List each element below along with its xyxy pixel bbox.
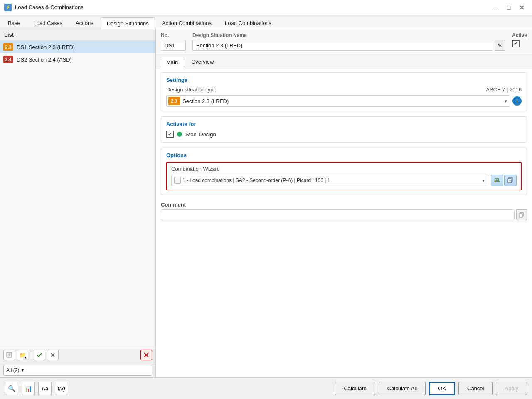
delete-button[interactable]: [140, 350, 152, 360]
window-controls: — □ ✕: [490, 3, 528, 12]
list-items: 2.3 DS1 Section 2.3 (LRFD) 2.4 DS2 Secti…: [0, 41, 155, 347]
svg-text:+: +: [8, 352, 10, 357]
wizard-chevron-icon: ▼: [481, 178, 485, 183]
comment-copy-button[interactable]: [516, 209, 527, 220]
ds-type-row: Design situation type ASCE 7 | 2016: [166, 86, 522, 93]
tab-action-combinations[interactable]: Action Combinations: [156, 17, 218, 29]
app-icon: ⚡: [4, 4, 12, 11]
filter-row: All (2) ▼: [0, 363, 155, 377]
combination-wizard-box: Combination Wizard 1 - Load combinations…: [166, 162, 522, 190]
activate-row: ✔ Steel Design: [166, 131, 522, 138]
calculate-button[interactable]: Calculate: [335, 382, 375, 395]
svg-text:⚙: ⚙: [496, 178, 498, 181]
edit-name-button[interactable]: ✎: [495, 40, 505, 51]
wizard-buttons: ⚙: [491, 175, 517, 186]
right-panel: No. DS1 Design Situation Name ✎ Active ✔…: [156, 29, 532, 377]
bottom-bar: 🔍 📊 Aa f(x) Calculate Calculate All OK C…: [0, 377, 532, 399]
tab-base[interactable]: Base: [2, 17, 27, 29]
activate-for-section: Activate for ✔ Steel Design: [161, 116, 527, 143]
options-title: Options: [166, 152, 522, 158]
list-item[interactable]: 2.3 DS1 Section 2.3 (LRFD): [0, 41, 155, 53]
active-checkbox[interactable]: ✔: [512, 40, 520, 47]
activate-for-title: Activate for: [166, 121, 522, 127]
ds-type-dropdown[interactable]: 2.3 Section 2.3 (LRFD) ▼: [166, 95, 510, 107]
options-section: Options Combination Wizard 1 - Load comb…: [161, 148, 527, 195]
ds-chevron-icon: ▼: [504, 99, 508, 103]
cancel-button[interactable]: Cancel: [458, 382, 493, 395]
filter-chevron-icon: ▼: [21, 368, 25, 372]
separator: [31, 350, 31, 360]
window-title: Load Cases & Combinations: [15, 4, 490, 10]
calculate-all-button[interactable]: Calculate All: [379, 382, 426, 395]
steel-design-dot: [177, 132, 182, 137]
close-button[interactable]: ✕: [516, 3, 528, 12]
info-icon: i: [516, 98, 518, 104]
svg-rect-15: [519, 214, 522, 217]
folder-button[interactable]: 📁 ▼: [17, 350, 28, 360]
active-label: Active: [512, 32, 527, 38]
table-button[interactable]: 📊: [22, 382, 35, 395]
content-area: Settings Design situation type ASCE 7 | …: [156, 67, 532, 377]
steel-design-label: Steel Design: [185, 131, 216, 138]
name-input[interactable]: [192, 40, 493, 51]
filter-dropdown[interactable]: All (2) ▼: [3, 365, 152, 376]
list-header: List: [0, 29, 155, 41]
maximize-button[interactable]: □: [503, 3, 515, 12]
formula-icon: f(x): [58, 386, 65, 392]
title-bar: ⚡ Load Cases & Combinations — □ ✕: [0, 0, 532, 15]
active-group: Active ✔: [512, 32, 527, 47]
ds-dropdown-badge: 2.3: [168, 97, 180, 105]
comment-row: [161, 209, 527, 220]
tab-design-situations[interactable]: Design Situations: [101, 17, 155, 29]
check-all-button[interactable]: [34, 350, 45, 360]
item-badge-ds1: 2.3: [3, 43, 13, 51]
ds-type-label: Design situation type: [166, 86, 217, 93]
steel-design-checkbox[interactable]: ✔: [166, 131, 174, 138]
no-value: DS1: [161, 40, 186, 51]
wizard-check-icon: [174, 177, 181, 184]
search-icon: 🔍: [8, 385, 16, 392]
tab-actions[interactable]: Actions: [69, 17, 100, 29]
tab-load-combinations[interactable]: Load Combinations: [219, 17, 278, 29]
comment-section: Comment: [161, 202, 527, 220]
text-button[interactable]: Aa: [38, 382, 52, 395]
main-layout: List 2.3 DS1 Section 2.3 (LRFD) 2.4 DS2 …: [0, 29, 532, 377]
list-item[interactable]: 2.4 DS2 Section 2.4 (ASD): [0, 53, 155, 66]
wizard-dropdown[interactable]: 1 - Load combinations | SA2 - Second-ord…: [171, 175, 488, 186]
tab-load-cases[interactable]: Load Cases: [27, 17, 69, 29]
name-input-row: ✎: [192, 40, 505, 51]
ds-dropdown-row: 2.3 Section 2.3 (LRFD) ▼ i: [166, 95, 522, 107]
comment-input[interactable]: [161, 209, 515, 220]
no-group: No. DS1: [161, 32, 186, 51]
no-label: No.: [161, 32, 186, 38]
name-group: Design Situation Name ✎: [192, 32, 505, 51]
search-button[interactable]: 🔍: [5, 382, 18, 395]
wizard-label: Combination Wizard: [171, 166, 517, 172]
text-icon: Aa: [42, 386, 48, 392]
minimize-button[interactable]: —: [490, 3, 501, 12]
edit-icon: ✎: [498, 42, 502, 49]
info-button[interactable]: i: [512, 96, 522, 106]
settings-section: Settings Design situation type ASCE 7 | …: [161, 72, 527, 111]
comment-label: Comment: [161, 202, 527, 208]
item-badge-ds2: 2.4: [3, 56, 13, 63]
ok-button[interactable]: OK: [429, 382, 455, 395]
content-tabs: Main Overview: [156, 54, 532, 67]
tab-overview[interactable]: Overview: [185, 56, 220, 67]
table-icon: 📊: [25, 385, 32, 392]
add-button[interactable]: +: [3, 350, 15, 360]
ds-dropdown-text: Section 2.3 (LRFD): [182, 98, 501, 104]
tab-main[interactable]: Main: [160, 57, 184, 67]
ds-type-value: ASCE 7 | 2016: [486, 86, 522, 93]
uncheck-all-button[interactable]: [47, 350, 59, 360]
wizard-copy-button[interactable]: [504, 175, 517, 186]
left-panel: List 2.3 DS1 Section 2.3 (LRFD) 2.4 DS2 …: [0, 29, 156, 377]
menu-tabs: Base Load Cases Actions Design Situation…: [0, 15, 532, 29]
filter-value: All (2): [6, 367, 19, 373]
settings-title: Settings: [166, 77, 522, 83]
apply-button[interactable]: Apply: [496, 382, 527, 395]
wizard-edit-button[interactable]: ⚙: [491, 175, 503, 186]
info-row: No. DS1 Design Situation Name ✎ Active ✔: [156, 29, 532, 54]
formula-button[interactable]: f(x): [55, 382, 68, 395]
wizard-text: 1 - Load combinations | SA2 - Second-ord…: [182, 177, 480, 183]
